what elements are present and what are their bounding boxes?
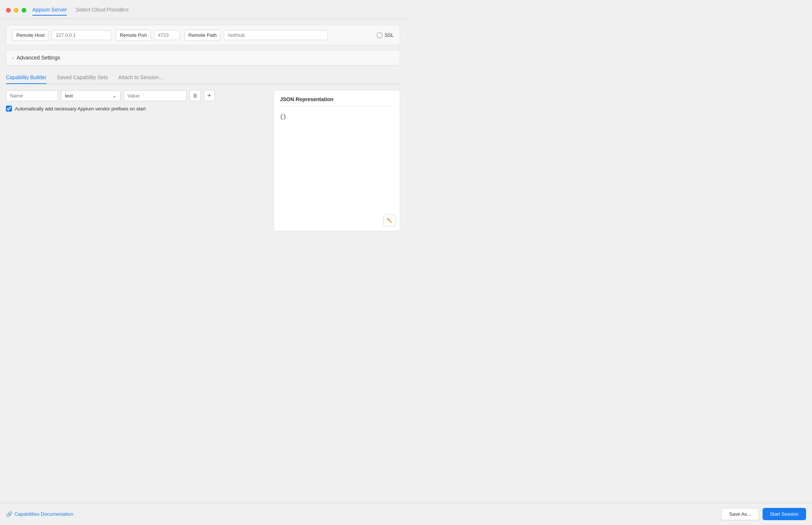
ssl-label: SSL (384, 32, 394, 38)
tab-saved-capability-sets[interactable]: Saved Capability Sets (57, 71, 108, 84)
json-content: {} (280, 111, 394, 123)
main-content: Remote Host Remote Port Remote Path SSL … (0, 19, 406, 237)
capability-tabs: Capability Builder Saved Capability Sets… (6, 71, 400, 84)
cap-type-select[interactable]: text boolean number object json_object (61, 90, 120, 101)
json-panel: JSON Representation {} ✏️ (274, 90, 400, 231)
plus-icon: + (207, 92, 212, 100)
trash-icon: 🗑 (193, 93, 198, 99)
advanced-settings-label: Advanced Settings (17, 55, 60, 61)
tab-appium-server[interactable]: Appium Server (32, 4, 67, 16)
remote-path-input[interactable] (224, 30, 328, 40)
cap-value-input[interactable] (123, 90, 187, 101)
server-config: Remote Host Remote Port Remote Path SSL (6, 25, 400, 45)
pencil-icon: ✏️ (387, 218, 392, 223)
auto-prefix-row: Automatically add necessary Appium vendo… (6, 106, 268, 112)
tab-cloud-providers[interactable]: Select Cloud Providers (76, 4, 129, 16)
cap-name-input[interactable] (6, 90, 58, 101)
remote-path-label: Remote Path (184, 30, 221, 41)
remote-host-label: Remote Host (12, 30, 49, 41)
close-button[interactable] (6, 8, 11, 13)
remote-port-input[interactable] (154, 30, 180, 40)
remote-path-field: Remote Path (184, 30, 328, 41)
remote-port-label: Remote Port (116, 30, 151, 41)
remote-port-field: Remote Port (116, 30, 180, 41)
chevron-right-icon: › (12, 55, 14, 60)
ssl-checkbox[interactable] (377, 33, 382, 38)
add-capability-button[interactable]: + (204, 90, 215, 101)
auto-prefix-checkbox[interactable] (6, 106, 12, 112)
remote-host-input[interactable] (52, 30, 111, 40)
window-controls (6, 8, 26, 13)
tab-attach-to-session[interactable]: Attach to Session... (118, 71, 163, 84)
tab-capability-builder[interactable]: Capability Builder (6, 71, 46, 84)
cap-type-wrapper: text boolean number object json_object (61, 90, 120, 101)
json-title: JSON Representation (280, 96, 394, 106)
nav-tabs: Appium Server Select Cloud Providers (32, 4, 138, 16)
capability-builder-panel: text boolean number object json_object 🗑… (6, 90, 268, 231)
title-bar: Appium Server Select Cloud Providers (0, 0, 406, 16)
minimize-button[interactable] (14, 8, 19, 13)
ssl-container: SSL (377, 32, 394, 38)
advanced-settings-row[interactable]: › Advanced Settings (6, 50, 400, 65)
json-edit-button[interactable]: ✏️ (383, 215, 395, 226)
delete-capability-button[interactable]: 🗑 (190, 90, 201, 101)
auto-prefix-label: Automatically add necessary Appium vendo… (15, 106, 146, 112)
remote-host-field: Remote Host (12, 30, 111, 41)
capability-content: text boolean number object json_object 🗑… (6, 90, 400, 231)
capability-row: text boolean number object json_object 🗑… (6, 90, 268, 101)
maximize-button[interactable] (22, 8, 26, 13)
